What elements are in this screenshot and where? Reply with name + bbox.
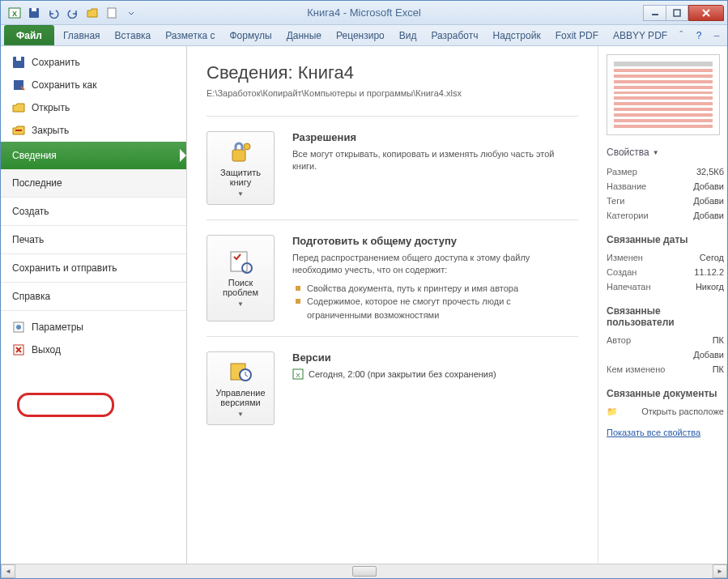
help-icon[interactable]: ? bbox=[692, 29, 705, 42]
scroll-thumb[interactable] bbox=[352, 566, 377, 577]
minimize-button[interactable] bbox=[643, 5, 666, 21]
open-location-link[interactable]: 📁 Открыть расположе bbox=[607, 404, 724, 419]
scroll-right-button[interactable]: ► bbox=[713, 564, 727, 578]
annotation-highlight bbox=[17, 393, 114, 417]
tab-review[interactable]: Рецензиро bbox=[329, 25, 392, 45]
sidebar-item-help[interactable]: Справка bbox=[1, 283, 186, 311]
info-panel: Сведения: Книга4 E:\Заработок\Копирайт\К… bbox=[187, 46, 598, 564]
list-item: Свойства документа, путь к принтеру и им… bbox=[292, 282, 578, 296]
scroll-left-button[interactable]: ◄ bbox=[1, 564, 15, 578]
document-thumbnail[interactable] bbox=[607, 54, 720, 135]
props-docs-heading: Связанные документы bbox=[607, 388, 724, 399]
sidebar-label: Печать bbox=[12, 234, 44, 245]
exit-icon bbox=[12, 343, 25, 356]
list-item: Содержимое, которое не смогут прочесть л… bbox=[292, 295, 578, 321]
svg-point-12 bbox=[16, 325, 21, 330]
redo-icon[interactable] bbox=[64, 4, 82, 22]
svg-text:X: X bbox=[296, 372, 300, 379]
section-text: Перед распространением общего доступа к … bbox=[292, 252, 578, 277]
sidebar-item-info[interactable]: Сведения bbox=[1, 142, 186, 169]
sidebar-item-open[interactable]: Открыть bbox=[1, 96, 186, 119]
lock-key-icon bbox=[228, 138, 253, 164]
prop-row: КатегорииДобави bbox=[607, 208, 724, 223]
sidebar-item-exit[interactable]: Выход bbox=[1, 338, 186, 361]
section-text: Все могут открывать, копировать и изменя… bbox=[292, 148, 578, 173]
protect-workbook-button[interactable]: Защитить книгу ▼ bbox=[206, 131, 275, 205]
svg-text:X: X bbox=[12, 10, 17, 18]
window-title: Книга4 - Microsoft Excel bbox=[307, 6, 421, 19]
sidebar-item-close[interactable]: Закрыть bbox=[1, 119, 186, 142]
section-heading: Подготовить к общему доступу bbox=[292, 235, 578, 247]
tab-foxit[interactable]: Foxit PDF bbox=[548, 25, 606, 45]
sidebar-label: Сохранить bbox=[32, 57, 80, 68]
tab-formulas[interactable]: Формулы bbox=[222, 25, 279, 45]
dropdown-icon: ▼ bbox=[237, 300, 244, 308]
svg-point-15 bbox=[244, 143, 250, 150]
sidebar-item-send[interactable]: Сохранить и отправить bbox=[1, 254, 186, 283]
undo-icon[interactable] bbox=[45, 4, 62, 22]
info-title: Сведения: Книга4 bbox=[206, 62, 578, 83]
horizontal-scrollbar[interactable]: ◄ ► bbox=[1, 564, 727, 578]
maximize-button[interactable] bbox=[666, 5, 688, 21]
properties-dropdown[interactable]: Свойства ▼ bbox=[607, 147, 724, 158]
inner-window-min-icon[interactable]: – bbox=[710, 29, 723, 42]
sidebar-label: Выход bbox=[32, 344, 61, 355]
prop-row: НапечатанНикогд bbox=[607, 279, 724, 294]
section-permissions: Защитить книгу ▼ Разрешения Все могут от… bbox=[206, 116, 578, 219]
tab-abbyy[interactable]: ABBYY PDF bbox=[606, 25, 675, 45]
sidebar-item-recent[interactable]: Последние bbox=[1, 169, 186, 198]
sidebar-item-print[interactable]: Печать bbox=[1, 226, 186, 254]
sidebar-label: Сохранить и отправить bbox=[12, 262, 117, 274]
excel-icon[interactable]: X bbox=[6, 4, 23, 22]
quick-access-toolbar: X bbox=[1, 4, 140, 22]
sidebar-label: Закрыть bbox=[32, 125, 69, 136]
save-icon bbox=[12, 56, 25, 69]
close-button[interactable] bbox=[688, 5, 724, 21]
prop-row: Размер32,5Кб bbox=[607, 164, 724, 179]
tab-developer[interactable]: Разработч bbox=[424, 25, 485, 45]
tab-insert[interactable]: Вставка bbox=[108, 25, 159, 45]
save-icon[interactable] bbox=[25, 4, 43, 22]
props-people-heading: Связанные пользователи bbox=[607, 305, 724, 328]
qat-dropdown-icon[interactable] bbox=[122, 4, 140, 22]
sidebar-label: Параметры bbox=[32, 321, 83, 333]
open-icon[interactable] bbox=[83, 4, 101, 22]
prop-row: ИзмененСегод bbox=[607, 250, 724, 265]
sidebar-label: Последние bbox=[12, 177, 62, 189]
section-heading: Разрешения bbox=[292, 131, 578, 143]
tab-data[interactable]: Данные bbox=[279, 25, 329, 45]
checklist-icon bbox=[228, 249, 253, 275]
sidebar-item-new[interactable]: Создать bbox=[1, 198, 186, 226]
ribbon-minimize-icon[interactable]: ˆ bbox=[675, 29, 688, 42]
version-text[interactable]: Сегодня, 2:00 (при закрытии без сохранен… bbox=[309, 369, 496, 379]
sidebar-item-save-as[interactable]: Сохранить как bbox=[1, 74, 186, 96]
prop-row: НазваниеДобави bbox=[607, 179, 724, 194]
chevron-down-icon: ▼ bbox=[653, 149, 659, 156]
tab-view[interactable]: Вид bbox=[392, 25, 424, 45]
prop-row: АвторПК bbox=[607, 333, 724, 347]
tab-addins[interactable]: Надстройк bbox=[486, 25, 548, 45]
sidebar-item-options[interactable]: Параметры bbox=[1, 316, 186, 338]
svg-rect-6 bbox=[674, 10, 680, 16]
section-heading: Версии bbox=[292, 351, 578, 364]
svg-rect-3 bbox=[32, 8, 36, 11]
button-label: Защитить книгу bbox=[211, 168, 270, 187]
prop-row: ТегиДобави bbox=[607, 194, 724, 208]
svg-rect-4 bbox=[108, 8, 116, 18]
button-label: Управление версиями bbox=[211, 388, 270, 407]
check-issues-button[interactable]: Поиск проблем ▼ bbox=[206, 235, 275, 321]
options-icon bbox=[12, 321, 25, 334]
show-all-properties-link[interactable]: Показать все свойства bbox=[607, 428, 700, 437]
open-folder-icon bbox=[12, 101, 25, 114]
tab-layout[interactable]: Разметка с bbox=[158, 25, 222, 45]
button-label: Поиск проблем bbox=[211, 278, 270, 297]
sidebar-item-save[interactable]: Сохранить bbox=[1, 51, 186, 74]
sidebar-label: Сохранить как bbox=[32, 79, 96, 91]
folder-icon: 📁 bbox=[607, 407, 618, 417]
manage-versions-button[interactable]: Управление версиями ▼ bbox=[206, 351, 275, 425]
sidebar-label: Сведения bbox=[12, 150, 57, 161]
save-as-icon bbox=[12, 79, 25, 92]
tab-file[interactable]: Файл bbox=[4, 25, 54, 45]
tab-home[interactable]: Главная bbox=[56, 25, 108, 45]
new-icon[interactable] bbox=[103, 4, 121, 22]
